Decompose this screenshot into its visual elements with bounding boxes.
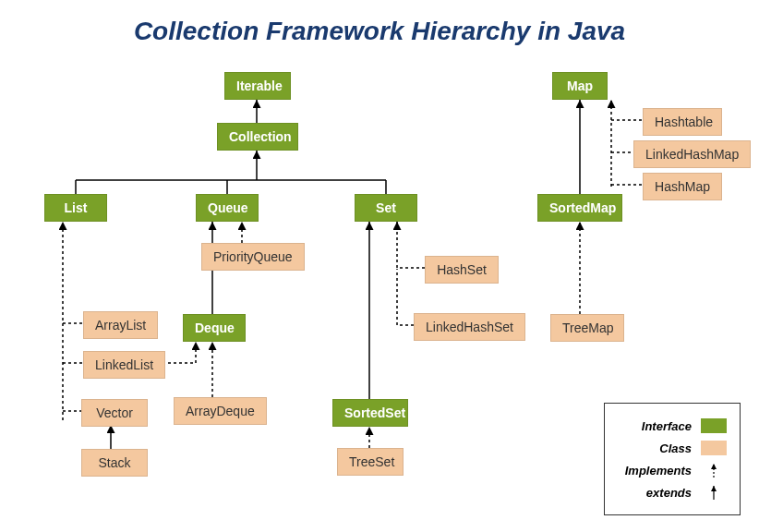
node-stack: Stack — [81, 449, 148, 477]
node-linkedlist: LinkedList — [83, 351, 165, 379]
node-linkedhashmap: LinkedHashMap — [633, 140, 751, 168]
legend-class-swatch — [701, 441, 727, 455]
node-map: Map — [552, 72, 608, 100]
diagram-title: Collection Framework Hierarchy in Java — [0, 17, 759, 46]
node-hashmap: HashMap — [643, 173, 722, 200]
node-hashset: HashSet — [425, 256, 499, 284]
node-treeset: TreeSet — [337, 448, 404, 476]
legend-class-label: Class — [618, 441, 692, 455]
legend-box: Interface Class Implements extends — [604, 403, 741, 515]
node-sortedset: SortedSet — [332, 399, 408, 427]
legend-interface-label: Interface — [618, 419, 692, 433]
node-arraylist: ArrayList — [83, 311, 158, 339]
node-linkedhashset: LinkedHashSet — [414, 313, 525, 341]
legend-interface-swatch — [701, 418, 727, 433]
node-treemap: TreeMap — [550, 314, 624, 342]
node-hashtable: Hashtable — [643, 108, 722, 136]
node-set: Set — [355, 194, 417, 222]
node-vector: Vector — [81, 399, 148, 427]
legend-extends-line — [701, 483, 727, 502]
node-queue: Queue — [196, 194, 259, 222]
node-arraydeque: ArrayDeque — [174, 397, 267, 425]
node-collection: Collection — [217, 123, 298, 151]
legend-implements-line — [701, 461, 727, 479]
node-iterable: Iterable — [224, 72, 291, 100]
node-sortedmap: SortedMap — [537, 194, 622, 222]
node-priorityqueue: PriorityQueue — [201, 243, 305, 271]
node-list: List — [44, 194, 107, 222]
node-deque: Deque — [183, 314, 246, 342]
legend-extends-label: extends — [618, 486, 692, 500]
legend-implements-label: Implements — [618, 464, 692, 478]
